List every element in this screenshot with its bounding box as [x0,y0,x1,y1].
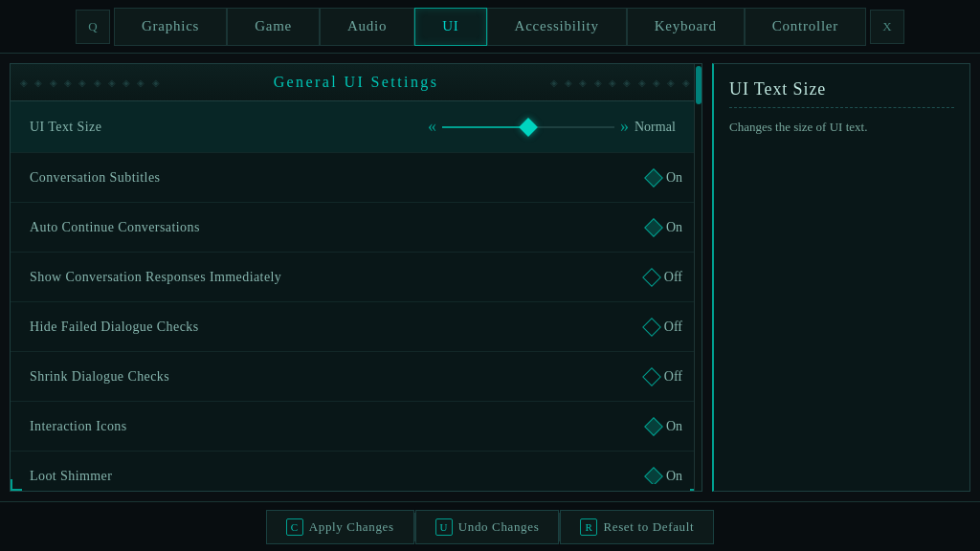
nav-right-key: X [882,19,891,34]
toggle-value: Off [664,270,682,285]
setting-label-show-conversation-responses: Show Conversation Responses Immediately [30,270,281,285]
toggle-control-show-conversation-responses[interactable]: Off [645,270,682,285]
toggle-value: On [666,170,682,186]
toggle-control-auto-continue-conversations[interactable]: On [647,220,682,235]
nav-tab-controller[interactable]: Controller [745,8,866,46]
toggle-control-shrink-dialogue-checks[interactable]: Off [645,369,682,385]
settings-panel-title: General UI Settings [274,74,439,90]
nav-tab-accessibility[interactable]: Accessibility [487,8,627,46]
toggle-diamond [642,318,661,337]
main-content: General UI Settings UI Text Size « » Nor… [0,54,980,501]
slider-thumb [519,118,538,137]
setting-row-ui-text-size[interactable]: UI Text Size « » Normal [11,101,702,153]
toggle-diamond [644,218,663,237]
nav-right-corner[interactable]: X [870,10,904,44]
nav-tab-keyboard[interactable]: Keyboard [627,8,745,46]
scrollbar-thumb [696,66,702,104]
apply-changes-button[interactable]: C Apply Changes [266,510,414,544]
toggle-diamond [644,168,663,187]
setting-row-interaction-icons[interactable]: Interaction Icons On [11,402,702,452]
info-panel-description: Changes the size of UI text. [729,118,954,138]
reset-key: R [580,518,597,536]
slider-value: Normal [635,120,682,135]
nav-tab-game[interactable]: Game [227,8,320,46]
undo-key: U [435,518,453,536]
reset-to-default-button[interactable]: R Reset to Default [560,510,714,544]
setting-label-loot-shimmer: Loot Shimmer [30,469,112,484]
setting-control-ui-text-size[interactable]: « » Normal [428,117,682,137]
setting-control-hide-failed-dialogue[interactable]: Off [645,320,682,335]
nav-tabs-group: GraphicsGameAudioUIAccessibilityKeyboard… [114,8,866,46]
toggle-diamond [644,467,663,484]
nav-left-key: Q [88,19,97,34]
toggle-diamond [642,367,661,386]
slider-control[interactable]: « » Normal [428,117,682,137]
apply-key: C [286,518,303,536]
slider-fill [442,126,528,128]
settings-list[interactable]: UI Text Size « » Normal Conversation Sub… [11,101,702,484]
setting-row-loot-shimmer[interactable]: Loot Shimmer On [11,452,702,484]
setting-control-auto-continue-conversations[interactable]: On [647,220,682,235]
setting-label-auto-continue-conversations: Auto Continue Conversations [30,220,200,235]
nav-left-corner[interactable]: Q [76,10,110,44]
nav-tab-ui[interactable]: UI [414,8,486,46]
nav-tab-audio[interactable]: Audio [320,8,414,46]
slider-right-arrow[interactable]: » [620,117,629,137]
setting-label-ui-text-size: UI Text Size [30,120,101,135]
setting-control-conversation-subtitles[interactable]: On [647,170,682,186]
toggle-value: On [666,469,682,484]
toggle-control-interaction-icons[interactable]: On [647,419,682,434]
undo-changes-button[interactable]: U Undo Changes [415,510,560,544]
setting-control-loot-shimmer[interactable]: On [647,469,682,484]
toggle-control-loot-shimmer[interactable]: On [647,469,682,484]
bottom-bar: C Apply Changes U Undo Changes R Reset t… [0,501,980,551]
undo-label: Undo Changes [458,519,540,535]
setting-control-shrink-dialogue-checks[interactable]: Off [645,369,682,385]
slider-track [442,126,614,128]
setting-label-conversation-subtitles: Conversation Subtitles [30,170,160,186]
top-nav: Q GraphicsGameAudioUIAccessibilityKeyboa… [0,0,980,54]
info-panel-title: UI Text Size [729,79,954,108]
toggle-value: On [666,220,682,235]
settings-panel-header: General UI Settings [11,64,702,101]
setting-row-conversation-subtitles[interactable]: Conversation Subtitles On [11,153,702,203]
setting-row-auto-continue-conversations[interactable]: Auto Continue Conversations On [11,203,702,253]
toggle-value: Off [664,320,682,335]
setting-label-hide-failed-dialogue: Hide Failed Dialogue Checks [30,320,199,335]
info-panel: UI Text Size Changes the size of UI text… [712,63,970,492]
setting-label-interaction-icons: Interaction Icons [30,419,127,434]
toggle-diamond [642,268,661,287]
setting-row-hide-failed-dialogue[interactable]: Hide Failed Dialogue Checks Off [11,302,702,352]
reset-label: Reset to Default [603,519,694,535]
setting-row-shrink-dialogue-checks[interactable]: Shrink Dialogue Checks Off [11,352,702,402]
setting-label-shrink-dialogue-checks: Shrink Dialogue Checks [30,369,169,385]
toggle-diamond [644,417,663,436]
toggle-value: On [666,419,682,434]
toggle-control-conversation-subtitles[interactable]: On [647,170,682,186]
settings-panel: General UI Settings UI Text Size « » Nor… [10,63,702,492]
setting-row-show-conversation-responses[interactable]: Show Conversation Responses Immediately … [11,253,702,302]
scrollbar[interactable] [694,64,702,491]
slider-left-arrow[interactable]: « [428,117,436,137]
setting-control-show-conversation-responses[interactable]: Off [645,270,682,285]
nav-tab-graphics[interactable]: Graphics [114,8,227,46]
apply-label: Apply Changes [309,519,394,535]
toggle-control-hide-failed-dialogue[interactable]: Off [645,320,682,335]
toggle-value: Off [664,369,682,385]
setting-control-interaction-icons[interactable]: On [647,419,682,434]
